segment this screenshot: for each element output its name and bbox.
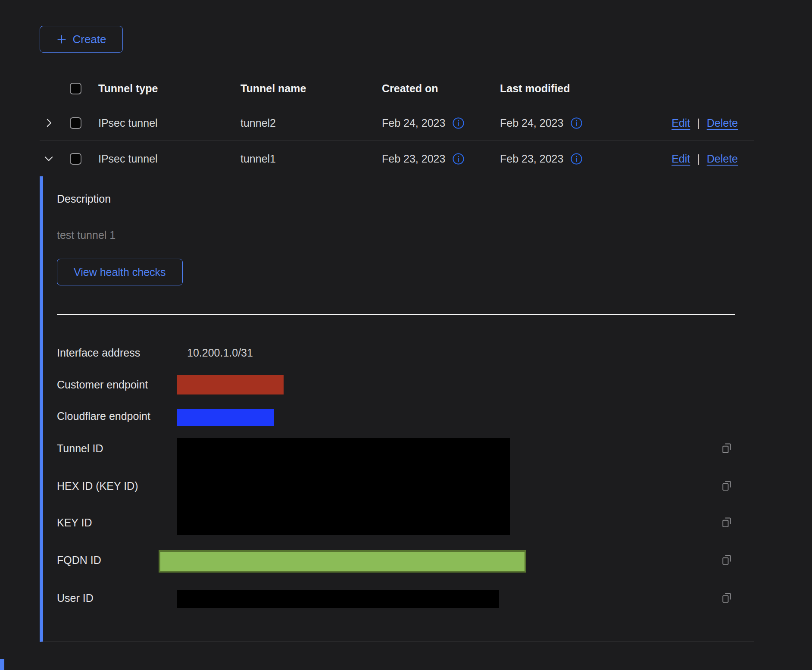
- cloudflare-endpoint-redacted-value: [177, 409, 274, 426]
- info-icon: [570, 117, 583, 129]
- info-icon: [570, 153, 583, 165]
- chevron-down-icon: [42, 152, 55, 165]
- tunnel-detail-panel: Description test tunnel 1 View health ch…: [40, 176, 754, 642]
- hex-id-label: HEX ID (KEY ID): [57, 479, 138, 492]
- customer-endpoint-label: Customer endpoint: [57, 378, 148, 391]
- copy-icon: [721, 592, 733, 604]
- interface-address-label: Interface address: [57, 346, 140, 359]
- copy-icon: [721, 480, 733, 492]
- customer-endpoint-redacted-value: [177, 375, 284, 394]
- delete-link[interactable]: Delete: [707, 117, 738, 129]
- info-icon: [452, 153, 465, 165]
- copy-key-id-button[interactable]: [721, 517, 733, 530]
- select-all-checkbox[interactable]: [70, 83, 81, 94]
- last-modified-info-button[interactable]: [570, 153, 583, 165]
- created-on-cell: Feb 23, 2023: [382, 153, 445, 165]
- copy-tunnel-id-button[interactable]: [721, 442, 733, 456]
- row-checkbox[interactable]: [70, 117, 81, 129]
- actions-separator: |: [697, 117, 700, 129]
- user-id-label: User ID: [57, 592, 94, 604]
- ipsec-tunnels-page: Create Tunnel type Tunnel name Created o…: [0, 0, 812, 670]
- ids-redacted-value: [177, 438, 510, 535]
- table-row: IPsec tunnel tunnel2 Feb 24, 2023 Feb 24…: [40, 105, 754, 141]
- tunnel-type-cell: IPsec tunnel: [98, 117, 240, 129]
- header-tunnel-type: Tunnel type: [98, 82, 240, 95]
- header-created-on: Created on: [382, 82, 500, 95]
- copy-icon: [721, 442, 733, 454]
- tunnel-name-cell: tunnel2: [240, 117, 382, 129]
- create-button[interactable]: Create: [40, 26, 123, 53]
- created-on-cell: Feb 24, 2023: [382, 117, 445, 129]
- tunnels-table: Tunnel type Tunnel name Created on Last …: [40, 72, 754, 642]
- copy-hex-id-button[interactable]: [721, 480, 733, 493]
- last-modified-cell: Feb 24, 2023: [500, 117, 563, 129]
- last-modified-info-button[interactable]: [570, 117, 583, 129]
- create-button-label: Create: [72, 33, 106, 46]
- delete-link[interactable]: Delete: [707, 153, 738, 165]
- edit-link[interactable]: Edit: [671, 117, 690, 129]
- table-header-row: Tunnel type Tunnel name Created on Last …: [40, 72, 754, 105]
- created-on-info-button[interactable]: [452, 153, 465, 165]
- cloudflare-endpoint-label: Cloudflare endpoint: [57, 410, 150, 423]
- fqdn-id-redacted-value: [159, 550, 526, 573]
- copy-user-id-button[interactable]: [721, 592, 733, 605]
- key-id-label: KEY ID: [57, 516, 92, 529]
- created-on-info-button[interactable]: [452, 117, 465, 129]
- actions-separator: |: [697, 153, 700, 165]
- copy-fqdn-id-button[interactable]: [721, 554, 733, 567]
- copy-icon: [721, 554, 733, 566]
- view-health-checks-button[interactable]: View health checks: [57, 259, 183, 285]
- description-value: test tunnel 1: [57, 229, 116, 241]
- table-row: IPsec tunnel tunnel1 Feb 23, 2023 Feb 23…: [40, 141, 754, 176]
- tunnel-id-label: Tunnel ID: [57, 442, 103, 455]
- row-checkbox[interactable]: [70, 153, 81, 165]
- header-tunnel-name: Tunnel name: [240, 82, 382, 95]
- copy-icon: [721, 517, 733, 529]
- page-edge-accent: [0, 659, 4, 670]
- interface-address-value: 10.200.1.0/31: [187, 346, 253, 359]
- plus-icon: [56, 34, 67, 45]
- panel-divider: [57, 314, 735, 315]
- chevron-right-icon: [42, 116, 55, 129]
- description-label: Description: [57, 192, 111, 205]
- collapse-row-button[interactable]: [42, 152, 55, 165]
- edit-link[interactable]: Edit: [671, 153, 690, 165]
- last-modified-cell: Feb 23, 2023: [500, 153, 563, 165]
- user-id-redacted-value: [177, 590, 499, 608]
- fqdn-id-label: FQDN ID: [57, 554, 101, 567]
- header-last-modified: Last modified: [500, 82, 621, 95]
- info-icon: [452, 117, 465, 129]
- tunnel-name-cell: tunnel1: [240, 153, 382, 165]
- tunnel-type-cell: IPsec tunnel: [98, 153, 240, 165]
- expand-row-button[interactable]: [42, 116, 55, 129]
